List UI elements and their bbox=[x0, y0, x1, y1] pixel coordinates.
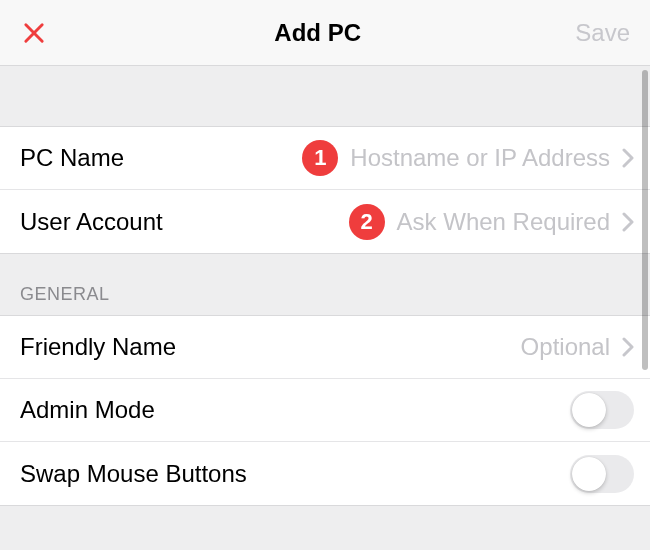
pc-name-label: PC Name bbox=[20, 144, 124, 172]
general-section-header: GENERAL bbox=[0, 254, 650, 315]
friendly-name-label: Friendly Name bbox=[20, 333, 176, 361]
chevron-right-icon bbox=[622, 148, 634, 168]
row-right: 1 Hostname or IP Address bbox=[302, 140, 634, 176]
admin-mode-toggle[interactable] bbox=[570, 391, 634, 429]
user-account-row[interactable]: User Account 2 Ask When Required bbox=[0, 190, 650, 253]
save-button[interactable]: Save bbox=[575, 19, 630, 47]
user-account-value: Ask When Required bbox=[397, 208, 610, 236]
toggle-knob bbox=[572, 393, 606, 427]
row-right: 2 Ask When Required bbox=[349, 204, 634, 240]
close-icon bbox=[20, 19, 48, 47]
connection-group: PC Name 1 Hostname or IP Address User Ac… bbox=[0, 126, 650, 254]
scrollbar[interactable] bbox=[642, 70, 648, 370]
swap-mouse-row: Swap Mouse Buttons bbox=[0, 442, 650, 505]
row-right bbox=[570, 455, 634, 493]
navbar: Add PC Save bbox=[0, 0, 650, 66]
close-button[interactable] bbox=[20, 19, 60, 47]
pc-name-row[interactable]: PC Name 1 Hostname or IP Address bbox=[0, 127, 650, 190]
friendly-name-value: Optional bbox=[521, 333, 610, 361]
admin-mode-row: Admin Mode bbox=[0, 379, 650, 442]
toggle-knob bbox=[572, 457, 606, 491]
page-title: Add PC bbox=[274, 19, 361, 47]
admin-mode-label: Admin Mode bbox=[20, 396, 155, 424]
swap-mouse-toggle[interactable] bbox=[570, 455, 634, 493]
callout-badge-1: 1 bbox=[302, 140, 338, 176]
user-account-label: User Account bbox=[20, 208, 163, 236]
row-right: Optional bbox=[521, 333, 634, 361]
pc-name-value: Hostname or IP Address bbox=[350, 144, 610, 172]
friendly-name-row[interactable]: Friendly Name Optional bbox=[0, 316, 650, 379]
top-spacer bbox=[0, 66, 650, 126]
callout-badge-2: 2 bbox=[349, 204, 385, 240]
chevron-right-icon bbox=[622, 212, 634, 232]
row-right bbox=[570, 391, 634, 429]
general-group: Friendly Name Optional Admin Mode Swap M… bbox=[0, 315, 650, 506]
swap-mouse-label: Swap Mouse Buttons bbox=[20, 460, 247, 488]
chevron-right-icon bbox=[622, 337, 634, 357]
